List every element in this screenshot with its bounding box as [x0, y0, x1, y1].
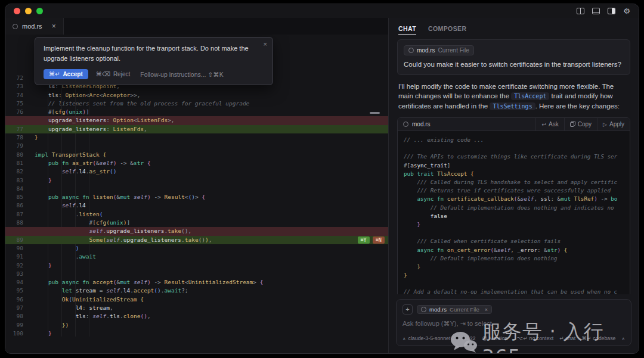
inline-code[interactable]: TlsAccept	[511, 92, 549, 100]
assistant-code-block: mod.rs ↩ Ask Copy	[397, 117, 630, 294]
code-text: }	[35, 329, 52, 338]
dialog-prompt-text: Implement the cleanup function for the t…	[44, 43, 264, 64]
followup-instructions-input[interactable]: Follow-up instructions... ⇧⌘K	[140, 71, 224, 78]
user-message-text: Could you make it easier to switch certi…	[404, 60, 624, 69]
code-block-content: // ... existing code .../// The APIs to …	[398, 131, 630, 294]
dialog-close-icon[interactable]: ×	[264, 41, 267, 48]
code-line: 90 )	[5, 244, 388, 253]
tab-chat[interactable]: CHAT	[398, 25, 416, 35]
panel-right-icon[interactable]	[608, 8, 615, 14]
tab-close-icon[interactable]: ×	[52, 22, 56, 30]
line-number: 95	[5, 287, 23, 295]
code-text: tls: self.tls.clone(),	[35, 312, 151, 320]
line-number: 87	[5, 210, 23, 219]
line-number: 97	[5, 304, 23, 312]
code-line: 87 .listen(	[5, 210, 388, 219]
accept-button[interactable]: ⌘↵ Accept	[44, 69, 88, 79]
line-number: 76	[5, 108, 23, 116]
kbd-hint[interactable]: ⌘↵codebase	[581, 335, 615, 341]
code-text: #[cfg(unix)]	[35, 219, 130, 227]
mention-button[interactable]: @ Mention	[482, 335, 507, 341]
model-selector[interactable]: ∧ claude-3-5-sonnet-20241022	[402, 335, 475, 341]
accept-kbd: ⌘↵	[49, 71, 60, 77]
code-text: /// Called during TLS handshake to selec…	[404, 178, 617, 186]
accept-line-badge[interactable]: ⌘Y	[358, 236, 370, 244]
copy-icon	[570, 121, 575, 128]
code-line: /// Returns true if certificates were su…	[404, 186, 624, 195]
apply-button[interactable]: ▷ Apply	[597, 118, 630, 130]
code-text: })	[35, 321, 69, 329]
reject-kbd: ⌘⌫	[96, 71, 110, 77]
maximize-window-button[interactable]	[36, 8, 43, 14]
pill-file-tag: Current File	[438, 47, 469, 54]
code-line: /// The APIs to customize things like ce…	[404, 152, 624, 161]
code-line: 75 // listeners sent from the old proces…	[5, 99, 388, 108]
reject-button[interactable]: ⌘⌫ Reject	[96, 71, 131, 77]
close-window-button[interactable]	[14, 8, 20, 14]
deleted-code-line: self.upgrade_listeners.take(),	[5, 227, 388, 235]
code-text: /// Called when certificate selection fa…	[404, 237, 561, 245]
input-context-row: + mod.rs Current File ×	[402, 304, 625, 315]
code-line: 85 pub async fn listen(&mut self) -> Res…	[5, 193, 388, 201]
split-editor-icon[interactable]	[577, 8, 584, 14]
assistant-text-segment: . Here are the key changes:	[535, 102, 620, 110]
code-line: 84	[5, 185, 388, 193]
code-line: 95 let stream = self.l4.accept().await?;	[5, 287, 388, 295]
chevron-up-icon: ∧	[402, 336, 406, 341]
code-line: pub trait TlsAccept {	[404, 170, 624, 178]
input-context-file-pill[interactable]: mod.rs Current File ×	[417, 305, 492, 314]
titlebar: ⚙	[5, 4, 639, 18]
line-number: 96	[5, 295, 23, 304]
panel-bottom-icon[interactable]	[592, 8, 600, 14]
inline-code[interactable]: TlsSettings	[490, 102, 535, 110]
line-number: 81	[5, 159, 23, 167]
code-line: async fn on_cert_error(&self, _error: &s…	[404, 246, 624, 254]
code-line	[404, 279, 624, 288]
scrollbar-mark[interactable]	[370, 112, 380, 114]
code-text: async fn certificate_callback(&self, ssl…	[404, 195, 617, 203]
play-icon: ▷	[603, 122, 607, 127]
input-placeholder[interactable]: Ask followup (⌘Y), ⇥ to select	[402, 320, 625, 328]
code-line: 82 self.l4.as_str()	[5, 167, 388, 176]
code-line: 74 tls: Option<Arc<Acceptor>>,	[5, 91, 388, 99]
line-number: 82	[5, 167, 23, 176]
code-line: 98 tls: self.tls.clone(),	[5, 312, 388, 320]
code-line: }	[404, 271, 624, 279]
tab-mod-rs[interactable]: mod.rs ×	[5, 18, 64, 35]
copy-button[interactable]: Copy	[564, 118, 597, 130]
kbd-hint[interactable]: ⌥↵no context	[517, 335, 553, 341]
code-text: let stream = self.l4.accept().await?;	[35, 287, 188, 295]
code-line: // ... existing code ...	[404, 136, 624, 144]
context-file-pill[interactable]: mod.rs Current File	[404, 45, 474, 55]
code-text: pub async fn accept(&mut self) -> Result…	[35, 278, 264, 287]
minimize-window-button[interactable]	[25, 8, 32, 14]
undo-arrow-icon: ↩	[541, 122, 546, 127]
screenshot-backdrop: ⚙ mod.rs × 72pub(crate) struct Transport…	[0, 0, 644, 358]
line-number: 78	[5, 133, 23, 142]
code-text: Ok(UninitializedStream {	[35, 295, 144, 304]
code-text: }	[35, 262, 52, 270]
add-context-button[interactable]: +	[402, 304, 413, 315]
gear-icon[interactable]: ⚙	[623, 7, 630, 15]
line-number	[5, 116, 23, 124]
remove-context-icon[interactable]: ×	[485, 307, 488, 313]
code-text: // listeners sent from the old process f…	[35, 99, 249, 108]
code-line: 86 self.l4	[5, 201, 388, 210]
reject-label: Reject	[113, 71, 130, 77]
chat-input-box[interactable]: + mod.rs Current File × Ask followup (⌘Y…	[396, 299, 631, 346]
code-text: /// The APIs to customize things like ce…	[404, 152, 617, 161]
reject-line-badge[interactable]: ⌘N	[373, 236, 385, 244]
ask-button[interactable]: ↩ Ask	[535, 118, 564, 130]
kbd-hint[interactable]: ↵chat	[559, 335, 575, 341]
code-text: }	[404, 271, 407, 279]
code-text: upgrade_listeners: Option<ListenFds>,	[35, 116, 175, 124]
chevron-up-icon[interactable]: ∧	[622, 336, 626, 341]
code-line: }	[404, 220, 624, 229]
tab-composer[interactable]: COMPOSER	[428, 25, 466, 35]
code-line: false	[404, 212, 624, 220]
line-number	[5, 227, 23, 235]
code-editor[interactable]: 72pub(crate) struct TransportStack {73 l…	[5, 35, 388, 353]
code-line	[404, 144, 624, 152]
code-line: 92 }	[5, 262, 388, 270]
line-number: 74	[5, 91, 23, 99]
